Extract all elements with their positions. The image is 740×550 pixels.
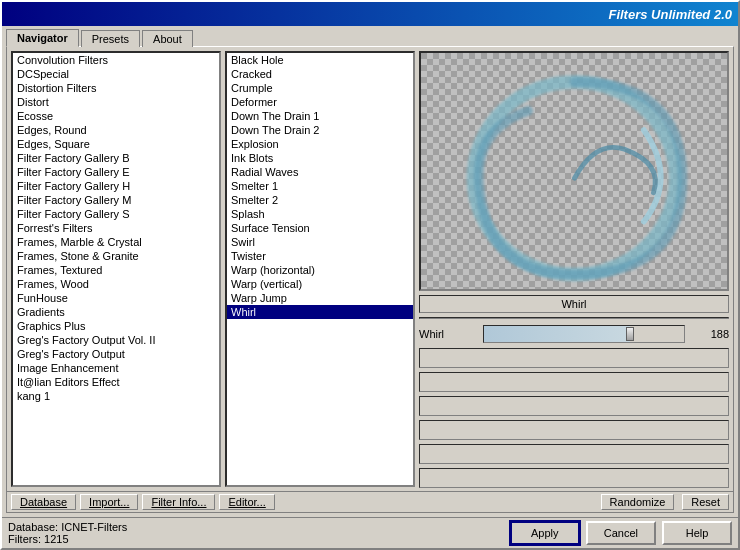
- main-window: Filters Unlimited 2.0 Navigator Presets …: [0, 0, 740, 550]
- status-action-bar: Database: ICNET-Filters Filters: 1215 Ap…: [2, 517, 738, 548]
- title-bar: Filters Unlimited 2.0: [2, 2, 738, 26]
- list-item[interactable]: Distort: [13, 95, 219, 109]
- list-item[interactable]: FunHouse: [13, 291, 219, 305]
- filter-item[interactable]: Radial Waves: [227, 165, 413, 179]
- import-button[interactable]: Import...: [80, 494, 138, 510]
- list-item[interactable]: Forrest's Filters: [13, 221, 219, 235]
- list-item[interactable]: Filter Factory Gallery S: [13, 207, 219, 221]
- filter-item[interactable]: Whirl: [227, 305, 413, 319]
- rand-reset-group: Randomize Reset: [601, 494, 729, 510]
- slider-row-empty-6: [419, 468, 729, 488]
- title-label: Filters Unlimited 2.0: [608, 7, 732, 22]
- list-item[interactable]: Frames, Stone & Granite: [13, 249, 219, 263]
- filter-item[interactable]: Swirl: [227, 235, 413, 249]
- slider-row-empty-3: [419, 396, 729, 416]
- slider-row-empty-4: [419, 420, 729, 440]
- reset-button[interactable]: Reset: [682, 494, 729, 510]
- filter-item[interactable]: Ink Blots: [227, 151, 413, 165]
- content-body: Convolution FiltersDCSpecialDistortion F…: [7, 47, 733, 491]
- database-status-value: ICNET-Filters: [61, 521, 127, 533]
- list-item[interactable]: Greg's Factory Output Vol. II: [13, 333, 219, 347]
- status-col: Database: ICNET-Filters Filters: 1215: [8, 521, 127, 545]
- tab-bar: Navigator Presets About: [2, 26, 738, 46]
- help-button[interactable]: Help: [662, 521, 732, 545]
- editor-button[interactable]: Editor...: [219, 494, 274, 510]
- filter-name-bar: Whirl: [419, 295, 729, 313]
- preview-box: [419, 51, 729, 291]
- database-button[interactable]: Database: [11, 494, 76, 510]
- filter-item[interactable]: Warp (vertical): [227, 277, 413, 291]
- filter-item[interactable]: Explosion: [227, 137, 413, 151]
- filter-item[interactable]: Warp (horizontal): [227, 263, 413, 277]
- slider-row-empty-1: [419, 348, 729, 368]
- tab-navigator[interactable]: Navigator: [6, 29, 79, 47]
- preview-canvas: [421, 53, 727, 289]
- filter-list[interactable]: Black HoleCrackedCrumpleDeformerDown The…: [225, 51, 415, 487]
- list-item[interactable]: Gradients: [13, 305, 219, 319]
- list-item[interactable]: Graphics Plus: [13, 319, 219, 333]
- list-item[interactable]: Image Enhancement: [13, 361, 219, 375]
- slider-value-0: 188: [689, 328, 729, 340]
- filter-item[interactable]: Splash: [227, 207, 413, 221]
- list-item[interactable]: Filter Factory Gallery H: [13, 179, 219, 193]
- list-item[interactable]: Frames, Wood: [13, 277, 219, 291]
- filter-name-label: Whirl: [561, 298, 586, 310]
- list-item[interactable]: Edges, Round: [13, 123, 219, 137]
- list-item[interactable]: Ecosse: [13, 109, 219, 123]
- right-panel: Whirl Whirl 188: [419, 51, 729, 487]
- action-buttons: Apply Cancel Help: [510, 521, 732, 545]
- filter-item[interactable]: Crumple: [227, 81, 413, 95]
- filter-item[interactable]: Cracked: [227, 67, 413, 81]
- filter-info-button[interactable]: Filter Info...: [142, 494, 215, 510]
- filter-item[interactable]: Warp Jump: [227, 291, 413, 305]
- cancel-button[interactable]: Cancel: [586, 521, 656, 545]
- tab-about[interactable]: About: [142, 30, 193, 47]
- filter-item[interactable]: Smelter 1: [227, 179, 413, 193]
- randomize-button[interactable]: Randomize: [601, 494, 675, 510]
- slider-label-0: Whirl: [419, 328, 479, 340]
- list-item[interactable]: Filter Factory Gallery M: [13, 193, 219, 207]
- filter-item[interactable]: Down The Drain 2: [227, 123, 413, 137]
- list-item[interactable]: Greg's Factory Output: [13, 347, 219, 361]
- slider-row-empty-2: [419, 372, 729, 392]
- main-content: Convolution FiltersDCSpecialDistortion F…: [6, 46, 734, 513]
- name-progress-bar: [419, 317, 729, 319]
- filter-item[interactable]: Surface Tension: [227, 221, 413, 235]
- slider-row-empty-5: [419, 444, 729, 464]
- list-item[interactable]: Filter Factory Gallery E: [13, 165, 219, 179]
- database-status: Database: ICNET-Filters: [8, 521, 127, 533]
- tab-presets[interactable]: Presets: [81, 30, 140, 47]
- list-item[interactable]: Filter Factory Gallery B: [13, 151, 219, 165]
- filter-item[interactable]: Deformer: [227, 95, 413, 109]
- preview-svg: [421, 53, 727, 289]
- sliders-section: Whirl 188: [419, 323, 729, 491]
- filters-status-label: Filters:: [8, 533, 41, 545]
- database-status-label: Database:: [8, 521, 58, 533]
- filter-item[interactable]: Black Hole: [227, 53, 413, 67]
- list-item[interactable]: DCSpecial: [13, 67, 219, 81]
- list-item[interactable]: Convolution Filters: [13, 53, 219, 67]
- bottom-toolbar: Database Import... Filter Info... Editor…: [7, 491, 733, 512]
- slider-track-0[interactable]: [483, 325, 685, 343]
- filter-item[interactable]: Twister: [227, 249, 413, 263]
- filter-item[interactable]: Down The Drain 1: [227, 109, 413, 123]
- filter-item[interactable]: Smelter 2: [227, 193, 413, 207]
- list-item[interactable]: It@lian Editors Effect: [13, 375, 219, 389]
- list-item[interactable]: Distortion Filters: [13, 81, 219, 95]
- list-item[interactable]: Frames, Marble & Crystal: [13, 235, 219, 249]
- list-item[interactable]: kang 1: [13, 389, 219, 403]
- list-item[interactable]: Edges, Square: [13, 137, 219, 151]
- category-list[interactable]: Convolution FiltersDCSpecialDistortion F…: [11, 51, 221, 487]
- filters-status: Filters: 1215: [8, 533, 127, 545]
- slider-row-0: Whirl 188: [419, 323, 729, 345]
- apply-button[interactable]: Apply: [510, 521, 580, 545]
- list-item[interactable]: Frames, Textured: [13, 263, 219, 277]
- filters-status-value: 1215: [44, 533, 68, 545]
